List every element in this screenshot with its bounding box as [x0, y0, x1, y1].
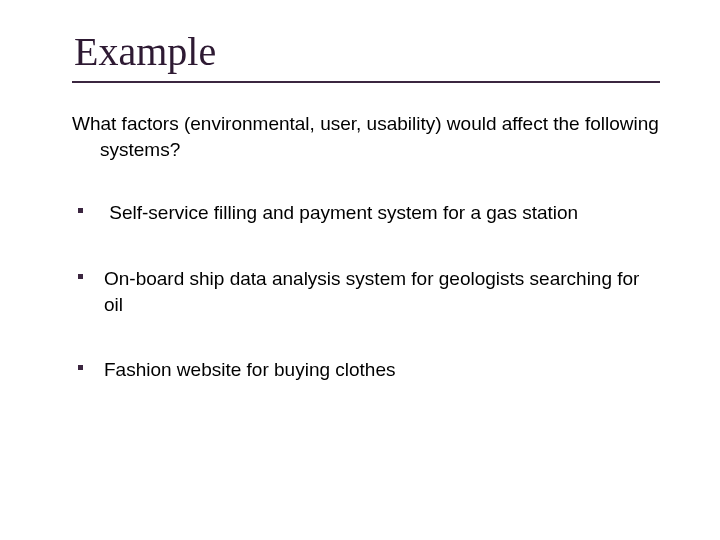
list-item: Self-service filling and payment system …	[72, 200, 660, 226]
list-item-text: On-board ship data analysis system for g…	[104, 268, 639, 315]
list-item-text: Self-service filling and payment system …	[104, 202, 578, 223]
list-item: On-board ship data analysis system for g…	[72, 266, 660, 317]
title-underline	[72, 81, 660, 83]
question-text: What factors (environmental, user, usabi…	[72, 111, 660, 162]
bullet-icon	[78, 274, 83, 279]
bullet-icon	[78, 208, 83, 213]
list-item-text: Fashion website for buying clothes	[104, 359, 396, 380]
slide: Example What factors (environmental, use…	[0, 0, 720, 540]
list-item: Fashion website for buying clothes	[72, 357, 660, 383]
bullet-list: Self-service filling and payment system …	[72, 200, 660, 383]
slide-title: Example	[74, 28, 660, 75]
bullet-icon	[78, 365, 83, 370]
